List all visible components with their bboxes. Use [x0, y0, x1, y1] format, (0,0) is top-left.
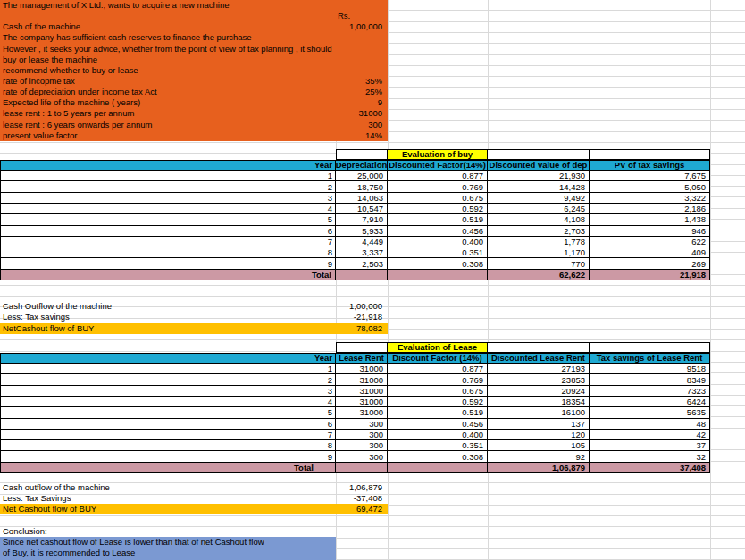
- cell-depreciation[interactable]: 4,449: [336, 237, 388, 247]
- cell-discount-factor[interactable]: 0.519: [388, 407, 488, 418]
- cell-year[interactable]: 6: [0, 226, 336, 237]
- cell-depreciation[interactable]: 3,337: [336, 247, 388, 258]
- cell-discounted-value[interactable]: 770: [488, 258, 590, 269]
- empty-cell[interactable]: [336, 342, 388, 353]
- summary-row[interactable]: Cash outflow of the machine 1,06,879: [0, 482, 388, 493]
- empty-cell[interactable]: [336, 463, 388, 473]
- empty-cell[interactable]: [590, 149, 710, 160]
- buy-total-discounted[interactable]: 62,622: [488, 270, 590, 280]
- cell-tax-savings[interactable]: 32: [590, 451, 710, 462]
- empty-cell[interactable]: [488, 149, 590, 160]
- cell-year[interactable]: 1: [0, 364, 336, 374]
- cell-discount-factor[interactable]: 0.592: [388, 204, 488, 214]
- cell-discount-factor[interactable]: 0.675: [388, 193, 488, 204]
- cell-depreciation[interactable]: 5,933: [336, 226, 388, 237]
- cell-discount-factor[interactable]: 0.456: [388, 419, 488, 430]
- cell-pv-tax-savings[interactable]: 2,186: [590, 204, 710, 214]
- intro-row[interactable]: However , it seeks your advice, whether …: [0, 44, 388, 54]
- cell-lease-rent[interactable]: 31000: [336, 386, 388, 397]
- cell-discounted-lease-rent[interactable]: 120: [488, 430, 590, 440]
- summary-row[interactable]: Cash Outflow of the machine 1,00,000: [0, 301, 388, 312]
- empty-cell[interactable]: [336, 149, 388, 160]
- cell-pv-tax-savings[interactable]: 409: [590, 247, 710, 258]
- cell-discounted-lease-rent[interactable]: 20924: [488, 386, 590, 397]
- cell-discounted-lease-rent[interactable]: 16100: [488, 407, 590, 418]
- cell-year[interactable]: 2: [0, 181, 336, 192]
- buy-header-pv-tax-savings[interactable]: PV of tax savings: [590, 160, 710, 171]
- cell-pv-tax-savings[interactable]: 946: [590, 226, 710, 237]
- intro-row[interactable]: buy or lease the machine: [0, 54, 388, 65]
- intro-row[interactable]: rate of depreciation under income tax Ac…: [0, 87, 388, 97]
- cell-discount-factor[interactable]: 0.400: [388, 237, 488, 247]
- cell-discounted-lease-rent[interactable]: 27193: [488, 364, 590, 374]
- summary-row[interactable]: Less: Tax savings -21,918: [0, 312, 388, 322]
- conclusion-block[interactable]: Since net cashout flow of Lease is lower…: [0, 537, 336, 560]
- cell-discount-factor[interactable]: 0.308: [388, 258, 488, 269]
- cell-discount-factor[interactable]: 0.456: [388, 226, 488, 237]
- cell-lease-rent[interactable]: 31000: [336, 397, 388, 407]
- cell-tax-savings[interactable]: 8349: [590, 374, 710, 385]
- buy-table-caption[interactable]: Evaluation of buy: [388, 149, 488, 160]
- cell-year[interactable]: 6: [0, 419, 336, 430]
- cell-discounted-lease-rent[interactable]: 105: [488, 440, 590, 451]
- cell-year[interactable]: 8: [0, 247, 336, 258]
- cell-discount-factor[interactable]: 0.877: [388, 171, 488, 181]
- empty-cell[interactable]: [388, 463, 488, 473]
- cell-lease-rent[interactable]: 300: [336, 440, 388, 451]
- cell-year[interactable]: 3: [0, 193, 336, 204]
- lease-header-tax-savings[interactable]: Tax savings of Lease Rent: [590, 353, 710, 364]
- cell-depreciation[interactable]: 18,750: [336, 181, 388, 192]
- cell-year[interactable]: 1: [0, 171, 336, 181]
- cell-year[interactable]: 4: [0, 204, 336, 214]
- cell-year[interactable]: 8: [0, 440, 336, 451]
- lease-total-tax[interactable]: 37,408: [590, 463, 710, 473]
- cell-lease-rent[interactable]: 31000: [336, 374, 388, 385]
- cell-discounted-value[interactable]: 9,492: [488, 193, 590, 204]
- empty-cell[interactable]: [388, 270, 488, 280]
- cell-tax-savings[interactable]: 42: [590, 430, 710, 440]
- intro-row[interactable]: rate of incopme tax 35%: [0, 76, 388, 87]
- buy-total-pv[interactable]: 21,918: [590, 270, 710, 280]
- intro-title-row[interactable]: The management of X Ltd., wants to acqui…: [0, 0, 388, 11]
- cell-discount-factor[interactable]: 0.400: [388, 430, 488, 440]
- cell-discounted-value[interactable]: 6,245: [488, 204, 590, 214]
- cell-discount-factor[interactable]: 0.769: [388, 181, 488, 192]
- cell-discounted-value[interactable]: 1,170: [488, 247, 590, 258]
- intro-row[interactable]: lease rent : 6 years onwards per annum 3…: [0, 120, 388, 130]
- summary-row[interactable]: Less: Tax Savings -37,408: [0, 493, 388, 504]
- cell-year[interactable]: 5: [0, 214, 336, 225]
- lease-table-caption[interactable]: Evaluation of Lease: [388, 342, 488, 353]
- buy-header-year[interactable]: Year: [0, 160, 336, 171]
- lease-header-discounted-lease-rent[interactable]: Discounted Lease Rent: [488, 353, 590, 364]
- lease-header-lease-rent[interactable]: Lease Rent: [336, 353, 388, 364]
- intro-row[interactable]: Cash of the machine 1,00,000: [0, 21, 388, 32]
- empty-cell[interactable]: [488, 342, 590, 353]
- lease-total-label[interactable]: Total: [0, 463, 336, 473]
- buy-header-discount-factor[interactable]: Discounted Factor(14%): [388, 160, 488, 171]
- cell-discounted-value[interactable]: 2,703: [488, 226, 590, 237]
- cell-year[interactable]: 2: [0, 374, 336, 385]
- cell-depreciation[interactable]: 14,063: [336, 193, 388, 204]
- cell-year[interactable]: 9: [0, 258, 336, 269]
- currency-row[interactable]: Rs.: [0, 11, 388, 21]
- cell-tax-savings[interactable]: 48: [590, 419, 710, 430]
- conclusion-heading[interactable]: Conclusion:: [0, 526, 336, 537]
- cell-tax-savings[interactable]: 5635: [590, 407, 710, 418]
- cell-discounted-value[interactable]: 1,778: [488, 237, 590, 247]
- cell-discount-factor[interactable]: 0.877: [388, 364, 488, 374]
- intro-row[interactable]: recommend whether to buy or lease: [0, 65, 388, 76]
- cell-pv-tax-savings[interactable]: 3,322: [590, 193, 710, 204]
- cell-discount-factor[interactable]: 0.351: [388, 247, 488, 258]
- cell-year[interactable]: 5: [0, 407, 336, 418]
- buy-header-depreciation[interactable]: Depreciation: [336, 160, 388, 171]
- cell-discounted-value[interactable]: 14,428: [488, 181, 590, 192]
- intro-row[interactable]: Expected life of the machine ( years) 9: [0, 97, 388, 108]
- cell-discount-factor[interactable]: 0.675: [388, 386, 488, 397]
- cell-tax-savings[interactable]: 9518: [590, 364, 710, 374]
- cell-discount-factor[interactable]: 0.308: [388, 451, 488, 462]
- lease-total-discounted[interactable]: 1,06,879: [488, 463, 590, 473]
- cell-tax-savings[interactable]: 37: [590, 440, 710, 451]
- cell-lease-rent[interactable]: 31000: [336, 407, 388, 418]
- intro-row[interactable]: The company has sufficient cash reserves…: [0, 32, 388, 43]
- cell-tax-savings[interactable]: 7323: [590, 386, 710, 397]
